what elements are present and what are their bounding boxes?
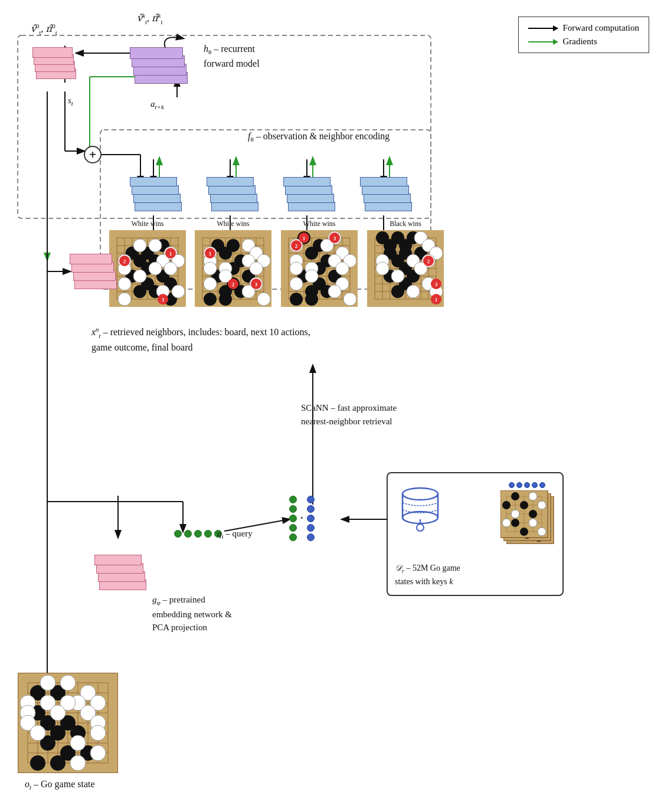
gradient-arrow-icon (528, 41, 558, 42)
svg-point-75 (164, 262, 177, 275)
svg-point-310 (538, 528, 546, 536)
dot-matrix: · (289, 496, 315, 541)
svg-point-76 (118, 277, 131, 290)
database-label: 𝒟r – 52M Go gamestates with keys k (395, 562, 460, 588)
svg-point-177 (336, 262, 349, 275)
gradient-label: Gradients (562, 37, 597, 47)
svg-text:3: 3 (255, 281, 258, 287)
go-board-1: 2 3 1 (109, 230, 186, 307)
svg-point-309 (520, 528, 528, 536)
svg-point-115 (204, 293, 217, 306)
svg-text:1: 1 (435, 297, 438, 303)
svg-point-356 (90, 725, 106, 741)
svg-point-343 (40, 675, 55, 690)
board-4-container: Black wins (367, 230, 444, 309)
svg-point-68 (149, 239, 162, 252)
svg-point-232 (407, 285, 420, 298)
svg-point-230 (391, 270, 404, 283)
svg-point-359 (70, 755, 86, 771)
board-4-label: Black wins (367, 220, 444, 228)
legend-forward: Forward computation (528, 23, 639, 33)
recurrent-model-label: hθ – recurrentforward model (204, 42, 260, 70)
retrieval-board-stack (500, 482, 554, 543)
board-1-container: White wins (109, 230, 186, 309)
svg-point-303 (520, 501, 528, 509)
svg-text:1: 1 (169, 251, 172, 257)
a-t-k-label: at+k (150, 99, 164, 110)
svg-point-358 (90, 745, 106, 761)
svg-point-302 (538, 501, 546, 509)
board-3-container: White wins (281, 230, 358, 309)
svg-point-352 (50, 705, 66, 721)
svg-text:2: 2 (427, 258, 430, 264)
query-label: qt – query (217, 529, 253, 540)
observation-go-board (18, 673, 118, 773)
svg-point-179 (290, 277, 303, 290)
scann-label: SCaNN – fast approximatenearest-neighbor… (301, 401, 397, 428)
svg-point-73 (133, 270, 146, 283)
svg-point-340 (30, 755, 45, 771)
svg-point-166 (290, 293, 303, 306)
svg-point-304 (511, 510, 519, 518)
svg-point-107 (219, 247, 232, 260)
go-board-2: 1 2 3 (195, 230, 271, 307)
plus-circle: + (84, 146, 102, 163)
svg-point-307 (511, 519, 519, 527)
retrieved-neighbors-label: xnt – retrieved neighbors, includes: boa… (91, 325, 310, 355)
diagram-container: Forward computation Gradients (0, 0, 661, 812)
svg-text:3: 3 (162, 297, 165, 303)
svg-point-221 (391, 285, 404, 298)
svg-point-182 (343, 293, 356, 306)
svg-point-78 (172, 285, 185, 298)
svg-point-341 (50, 755, 66, 771)
v-hat-0-label: v̂0t, π̂0t (31, 22, 57, 36)
svg-point-175 (290, 262, 303, 275)
board-3-label: White wins (281, 220, 358, 228)
svg-point-306 (502, 519, 511, 527)
v-hat-k-label: v̂kt, π̂kt (137, 12, 162, 25)
svg-point-240 (403, 488, 438, 500)
svg-text:1: 1 (303, 235, 306, 241)
forward-arrow-icon (528, 28, 558, 29)
s-t-label: st (68, 96, 73, 107)
go-board-3: 1 2 3 (281, 230, 358, 307)
svg-text:2: 2 (232, 281, 235, 287)
svg-point-344 (60, 675, 76, 690)
embedding-label: gφ – pretrainedembedding network &PCA pr… (152, 593, 232, 634)
svg-text:3: 3 (435, 281, 438, 287)
svg-point-79 (118, 293, 131, 306)
svg-text:3: 3 (333, 235, 336, 241)
board-2-container: White wins (195, 230, 271, 309)
mini-go-board-1 (500, 490, 554, 543)
svg-point-116 (219, 293, 232, 306)
forward-label: Forward computation (562, 23, 639, 33)
retrieval-box: 𝒟r – 52M Go gamestates with keys k (387, 472, 564, 596)
svg-point-130 (257, 293, 270, 306)
svg-point-178 (305, 270, 318, 283)
svg-point-167 (305, 293, 318, 306)
legend-gradient: Gradients (528, 37, 639, 47)
svg-point-158 (305, 247, 318, 260)
svg-point-228 (376, 262, 389, 275)
svg-point-244 (417, 524, 424, 531)
query-dots (174, 530, 222, 538)
board-2-label: White wins (195, 220, 271, 228)
board-1-label: White wins (109, 220, 186, 228)
svg-point-74 (149, 262, 162, 275)
svg-point-308 (529, 519, 537, 527)
svg-text:2: 2 (295, 243, 298, 249)
svg-point-299 (511, 492, 519, 500)
svg-point-127 (204, 277, 217, 290)
svg-point-181 (328, 285, 341, 298)
f-theta-label: fθ – observation & neighbor encoding (248, 131, 390, 143)
go-board-4: 2 3 1 (367, 230, 444, 307)
svg-point-301 (502, 501, 511, 509)
svg-point-300 (529, 492, 537, 500)
observation-board-container (18, 673, 118, 775)
svg-point-357 (70, 735, 86, 751)
svg-point-63 (133, 285, 146, 298)
svg-point-67 (133, 239, 146, 252)
o-t-label: ot – Go game state (25, 779, 95, 791)
svg-point-125 (250, 262, 263, 275)
svg-point-305 (529, 510, 537, 518)
